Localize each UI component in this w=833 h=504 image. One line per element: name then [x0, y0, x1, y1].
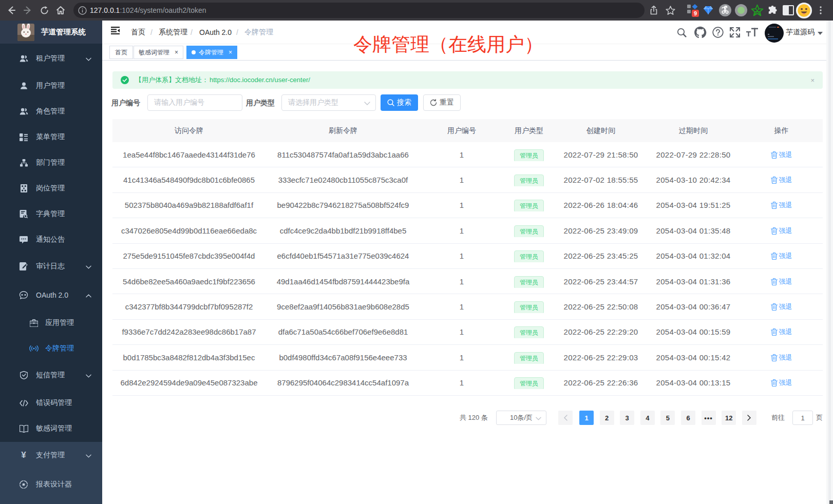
svg-text:9: 9 — [694, 10, 697, 16]
